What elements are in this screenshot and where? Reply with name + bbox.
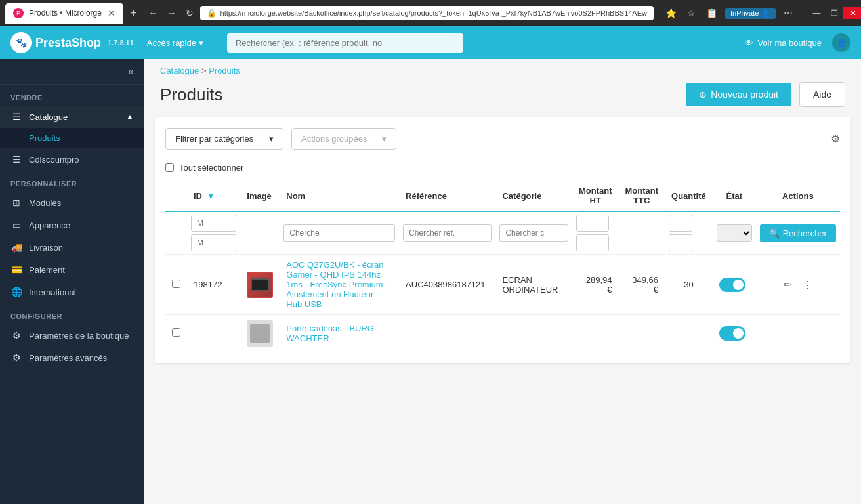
back-button[interactable]: ← bbox=[146, 5, 161, 21]
product-name-2[interactable]: Porte-cadenas - BURG WACHTER - bbox=[280, 315, 399, 352]
ht-max-input[interactable] bbox=[576, 234, 609, 251]
row-checkbox-1[interactable] bbox=[172, 280, 180, 288]
sidebar-collapse-button[interactable]: « bbox=[0, 59, 144, 85]
nouveau-produit-button[interactable]: ⊕ Nouveau produit bbox=[686, 83, 791, 106]
user-avatar[interactable]: 👤 bbox=[832, 33, 850, 52]
parametres-boutique-icon: ⚙ bbox=[10, 330, 22, 341]
product-id-2 bbox=[187, 315, 240, 352]
browser-right-controls: ⭐ ☆ 📋 InPrivate 👤 ⋯ bbox=[663, 5, 795, 21]
product-reference-1: AUC4038986187121 bbox=[399, 255, 495, 315]
products-area: Filtrer par catégories ▾ Actions groupée… bbox=[155, 117, 850, 363]
aide-button[interactable]: Aide bbox=[799, 82, 845, 107]
search-input[interactable] bbox=[227, 33, 463, 52]
maximize-button[interactable]: ❐ bbox=[826, 7, 843, 19]
th-montant-ttc: MontantTTC bbox=[618, 180, 665, 211]
produits-label: Produits bbox=[29, 133, 60, 143]
page-header: Produits ⊕ Nouveau produit Aide bbox=[144, 82, 861, 117]
qty-max-input[interactable] bbox=[669, 234, 692, 251]
th-nom: Nom bbox=[280, 180, 399, 211]
more-actions-icon-1[interactable]: ⋮ bbox=[799, 276, 816, 293]
ps-icon: 🐾 bbox=[10, 32, 32, 53]
sidebar-item-catalogue[interactable]: ☰ Catalogue ▲ bbox=[0, 106, 144, 128]
forward-button[interactable]: → bbox=[165, 5, 179, 21]
categorie-filter-input[interactable] bbox=[499, 224, 568, 242]
modules-icon: ⊞ bbox=[10, 198, 22, 208]
row-checkbox-2[interactable] bbox=[172, 328, 180, 337]
topnav-search[interactable] bbox=[227, 33, 463, 52]
tab-close-icon[interactable]: ✕ bbox=[108, 8, 116, 18]
livraison-icon: 🚚 bbox=[10, 242, 22, 253]
sidebar-item-apparence[interactable]: ▭ Apparence bbox=[0, 214, 144, 236]
products-table: ID ▼ Image Nom Référence Catégorie Monta… bbox=[165, 180, 840, 352]
favorites-icon[interactable]: ☆ bbox=[684, 5, 698, 21]
reload-button[interactable]: ↻ bbox=[183, 5, 196, 21]
sort-icon: ▼ bbox=[207, 191, 215, 201]
product-id-1: 198172 bbox=[187, 255, 240, 315]
sidebar-item-label: Livraison bbox=[29, 243, 63, 253]
id-max-input[interactable] bbox=[191, 234, 236, 251]
product-name-1[interactable]: AOC Q27G2U/BK - écran Gamer - QHD IPS 14… bbox=[280, 255, 399, 315]
minimize-button[interactable]: — bbox=[807, 7, 826, 19]
breadcrumb-separator: > bbox=[201, 66, 207, 75]
actions-groupees-label: Actions groupées bbox=[301, 134, 367, 144]
sidebar-item-livraison[interactable]: 🚚 Livraison bbox=[0, 236, 144, 259]
catalogue-submenu: Produits bbox=[0, 128, 144, 148]
apparence-icon: ▭ bbox=[10, 220, 22, 230]
th-quantite: Quantité bbox=[665, 180, 713, 211]
voir-boutique-link[interactable]: 👁 Voir ma boutique bbox=[745, 38, 822, 48]
ps-version: 1.7.8.11 bbox=[108, 39, 134, 47]
table-row: Porte-cadenas - BURG WACHTER - bbox=[165, 315, 840, 352]
search-button[interactable]: 🔍 Rechercher bbox=[760, 224, 836, 242]
sidebar-item-parametres-boutique[interactable]: ⚙ Paramètres de la boutique bbox=[0, 324, 144, 346]
filter-bar: Filtrer par catégories ▾ Actions groupée… bbox=[165, 128, 840, 150]
close-window-button[interactable]: ✕ bbox=[843, 7, 861, 19]
cdiscountpro-icon: ☰ bbox=[10, 154, 22, 165]
state-filter-select[interactable]: Activé Désactivé bbox=[717, 224, 752, 242]
user-icon: 👤 bbox=[761, 9, 770, 18]
id-min-input[interactable] bbox=[191, 215, 236, 232]
sidebar-section-configurer: CONFIGURER bbox=[0, 303, 144, 324]
filter-id-cell bbox=[187, 211, 240, 255]
select-all-row: Tout sélectionner bbox=[165, 160, 840, 175]
filter-categories-dropdown[interactable]: Filtrer par catégories ▾ bbox=[165, 128, 284, 150]
ht-min-input[interactable] bbox=[576, 215, 609, 232]
sidebar-item-paiement[interactable]: 💳 Paiement bbox=[0, 259, 144, 281]
th-id[interactable]: ID ▼ bbox=[187, 180, 240, 211]
product-reference-2 bbox=[399, 315, 495, 352]
product-link-1[interactable]: AOC Q27G2U/BK - écran Gamer - QHD IPS 14… bbox=[286, 260, 388, 309]
browser-tab[interactable]: P Produits • Microlorge ✕ bbox=[5, 3, 123, 24]
sidebar-item-parametres-avances[interactable]: ⚙ Paramètres avancés bbox=[0, 346, 144, 369]
breadcrumb-catalogue[interactable]: Catalogue bbox=[160, 66, 199, 75]
chevron-down-icon: ▾ bbox=[269, 134, 274, 144]
product-image-2 bbox=[240, 315, 280, 352]
edit-icon-1[interactable]: ✏ bbox=[780, 276, 796, 293]
select-all-checkbox[interactable] bbox=[165, 163, 174, 172]
address-bar[interactable]: 🔒 https://microlorge.website/Backoffice/… bbox=[200, 6, 654, 20]
menu-icon[interactable]: ⋯ bbox=[781, 5, 795, 21]
th-montant-ht: MontantHT bbox=[572, 180, 619, 211]
extensions-icon[interactable]: ⭐ bbox=[663, 5, 679, 21]
sidebar-item-produits[interactable]: Produits bbox=[0, 128, 144, 148]
qty-min-input[interactable] bbox=[669, 215, 692, 232]
product-state-2 bbox=[713, 315, 756, 352]
search-icon: 🔍 bbox=[769, 228, 780, 238]
eye-icon: 👁 bbox=[745, 38, 753, 48]
sidebar-item-cdiscountpro[interactable]: ☰ Cdiscountpro bbox=[0, 148, 144, 171]
acces-rapide-button[interactable]: Accès rapide ▾ bbox=[142, 35, 209, 51]
reference-filter-input[interactable] bbox=[403, 224, 492, 242]
collections-icon[interactable]: 📋 bbox=[704, 5, 720, 21]
catalogue-icon: ☰ bbox=[10, 112, 22, 122]
actions-groupees-dropdown[interactable]: Actions groupées ▾ bbox=[291, 128, 396, 150]
sidebar-item-modules[interactable]: ⊞ Modules bbox=[0, 192, 144, 214]
inprivate-badge: InPrivate 👤 bbox=[725, 8, 776, 19]
product-link-2[interactable]: Porte-cadenas - BURG WACHTER - bbox=[286, 324, 374, 343]
nom-filter-input[interactable] bbox=[284, 224, 395, 242]
breadcrumb: Catalogue > Produits bbox=[144, 59, 861, 82]
paiement-icon: 💳 bbox=[10, 264, 22, 275]
new-tab-button[interactable]: + bbox=[130, 7, 137, 20]
filter-settings-icon[interactable]: ⚙ bbox=[831, 133, 840, 145]
state-toggle-2[interactable] bbox=[719, 326, 746, 341]
th-reference: Référence bbox=[399, 180, 495, 211]
state-toggle-1[interactable] bbox=[719, 278, 746, 292]
sidebar-item-international[interactable]: 🌐 International bbox=[0, 281, 144, 303]
